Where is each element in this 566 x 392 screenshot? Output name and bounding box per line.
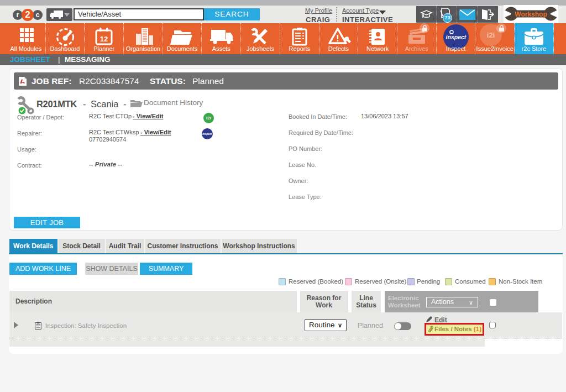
svg-text:i2i: i2i — [487, 31, 495, 39]
svg-text:!: ! — [336, 34, 339, 43]
svg-text:12: 12 — [100, 35, 108, 43]
svg-text:inspect: inspect — [446, 34, 466, 40]
svg-text:Workshop: Workshop — [515, 11, 547, 18]
